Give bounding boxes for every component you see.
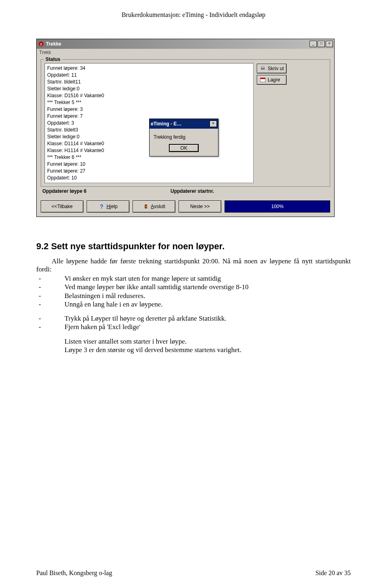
status-line: Sletter ledige:0: [47, 85, 251, 92]
page-footer: Paul Biseth, Kongsberg o-lag Side 20 av …: [36, 569, 351, 577]
exit-icon: [143, 203, 149, 210]
minimize-button[interactable]: _: [310, 41, 317, 47]
maximize-button[interactable]: □: [318, 41, 325, 47]
status-line: Funnet løpere: 27: [47, 168, 251, 175]
svg-point-8: [146, 206, 147, 207]
dialog-ok-button[interactable]: OK: [169, 144, 199, 152]
footer-author: Paul Biseth, Kongsberg o-lag: [36, 569, 112, 577]
status-line: Oppdatert: 11: [47, 72, 251, 79]
help-label: Hjelp: [106, 204, 117, 209]
print-button[interactable]: Skriv ut: [257, 64, 287, 73]
status-line: Startnr. tildelt10: [47, 181, 251, 183]
status-footer: Oppdaterer løype 6 Uppdaterer startnr.: [41, 187, 330, 198]
status-line: Oppdatert: 10: [47, 175, 251, 181]
main-titlebar: e Trekke _ □ ×: [37, 39, 334, 49]
back-button[interactable]: <<Tilbake: [41, 200, 83, 213]
svg-rect-3: [262, 67, 264, 68]
svg-rect-2: [261, 68, 265, 70]
save-label: Lagre: [268, 77, 280, 83]
status-line: Klasse: D1516 # Vakante0: [47, 92, 251, 99]
window-title: Trekke: [46, 41, 310, 47]
progress-bar: 100%: [225, 200, 330, 213]
list-item: Fjern haken på 'Excl ledige': [52, 323, 351, 331]
footer-page: Side 20 av 35: [315, 569, 351, 577]
svg-text:e: e: [40, 42, 42, 46]
info-dialog: eTiming - E… × Trekking ferdig OK: [149, 119, 218, 156]
status-line: Funnet løpere: 3: [47, 106, 251, 113]
dialog-title: eTiming - E…: [151, 121, 210, 127]
document-body: 9.2 Sett nye starttidspunkter for noen l…: [36, 241, 351, 354]
app-icon: e: [38, 41, 44, 47]
next-label: Neste >>: [190, 204, 210, 209]
dialog-close-button[interactable]: ×: [210, 121, 217, 127]
list-item: Ved mange løyper bør ikke antall samtidi…: [52, 283, 351, 291]
help-icon: ?: [98, 203, 105, 210]
next-button[interactable]: Neste >>: [179, 200, 221, 213]
list-item: Belastningen i mål reduseres.: [52, 292, 351, 300]
bullet-list-1: Vi ønsker en myk start uten for mange lø…: [52, 274, 351, 309]
menu-trekk[interactable]: Trekk: [37, 49, 334, 56]
trailing-line: Løype 3 er den største og vil derved bes…: [64, 346, 351, 354]
list-item: Trykk på Løyper til høyre og deretter på…: [52, 314, 351, 323]
dialog-titlebar: eTiming - E… ×: [150, 119, 218, 129]
status-footer-right: Uppdaterer startnr.: [171, 188, 214, 194]
status-label: Status: [44, 56, 62, 62]
screenshot: e Trekke _ □ × Trekk Status Funnet løper…: [36, 39, 335, 217]
status-line: Funnet løpere: 34: [47, 65, 251, 72]
help-button[interactable]: ? Hjelp: [87, 200, 129, 213]
bullet-list-2: Trykk på Løyper til høyre og deretter på…: [52, 314, 351, 332]
page-header: Brukerdokumentasjon: eTiming - Individue…: [0, 0, 387, 19]
trailing-text: Listen viser antallet som starter i hver…: [36, 337, 351, 354]
intro-paragraph: Alle løypene hadde før første trekning s…: [36, 257, 351, 273]
print-icon: [260, 65, 266, 72]
status-line: Startnr. tildelt11: [47, 79, 251, 85]
save-button[interactable]: Lagre: [257, 75, 287, 85]
trailing-line: Listen viser antallet som starter i hver…: [64, 337, 351, 346]
list-item: Unngå en lang hale i en av løypene.: [52, 300, 351, 309]
close-button[interactable]: ×: [326, 41, 333, 47]
list-item: Vi ønsker en myk start uten for mange lø…: [52, 274, 351, 283]
status-line: Funnet løpere: 10: [47, 161, 251, 168]
status-footer-left: Oppdaterer løype 6: [42, 188, 167, 194]
print-label: Skriv ut: [268, 66, 284, 71]
svg-text:?: ?: [100, 204, 104, 209]
dialog-message: Trekking ferdig: [150, 129, 218, 144]
save-icon: [260, 77, 266, 83]
section-heading: 9.2 Sett nye starttidspunkter for noen l…: [36, 241, 351, 252]
exit-label: Avslutt: [151, 204, 165, 209]
exit-button[interactable]: Avslutt: [133, 200, 175, 213]
back-label: <<Tilbake: [52, 204, 73, 209]
svg-rect-5: [260, 78, 265, 79]
status-line: *** Trekker 5 ***: [47, 99, 251, 106]
